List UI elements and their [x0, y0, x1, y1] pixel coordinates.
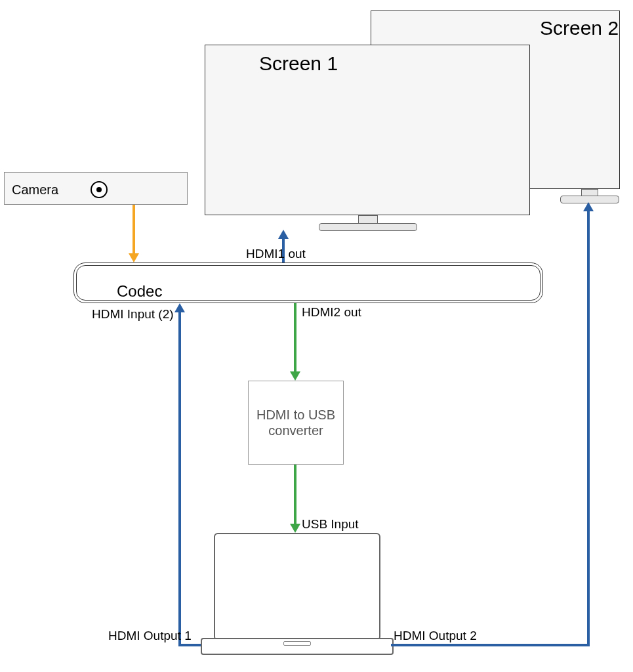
arrow-usb-input [294, 465, 296, 525]
arrowhead-camera-to-codec [129, 253, 139, 262]
camera-lens-icon [91, 181, 108, 198]
converter-label: HDMI to USB converter [251, 407, 340, 438]
arrow-hdmi2-out [294, 303, 296, 373]
arrow-hdmi-out1-h [178, 644, 201, 646]
hdmi-usb-converter: HDMI to USB converter [248, 381, 344, 465]
screen-1 [205, 45, 530, 215]
screen-2-label: Screen 2 [540, 17, 619, 39]
label-hdmi-input-2: HDMI Input (2) [92, 307, 174, 322]
screen-1-stand-base [319, 223, 417, 231]
arrowhead-hdmi-out2 [583, 202, 594, 211]
laptop-base [201, 638, 394, 655]
arrow-camera-to-codec [133, 205, 135, 255]
arrow-hdmi-out2-h [391, 644, 590, 646]
arrowhead-hdmi1-out [278, 230, 289, 239]
codec-label: Codec [117, 282, 162, 301]
label-usb-input: USB Input [302, 517, 359, 532]
label-hdmi-output-1: HDMI Output 1 [108, 629, 192, 643]
arrow-hdmi-out1-v [178, 312, 181, 646]
screen-1-label: Screen 1 [259, 52, 338, 75]
camera-label: Camera [12, 182, 58, 198]
arrow-hdmi-out2-v [587, 211, 590, 646]
diagram-canvas: Screen 2 Screen 1 Camera Codec HDMI to U… [0, 0, 633, 672]
label-hdmi2-out: HDMI2 out [302, 305, 361, 320]
arrowhead-hdmi2-out [290, 371, 300, 381]
arrowhead-hdmi-input2 [174, 303, 185, 312]
arrowhead-usb-input [290, 524, 300, 533]
label-hdmi1-out: HDMI1 out [246, 247, 306, 261]
label-hdmi-output-2: HDMI Output 2 [394, 629, 477, 643]
laptop-lid [214, 533, 380, 640]
